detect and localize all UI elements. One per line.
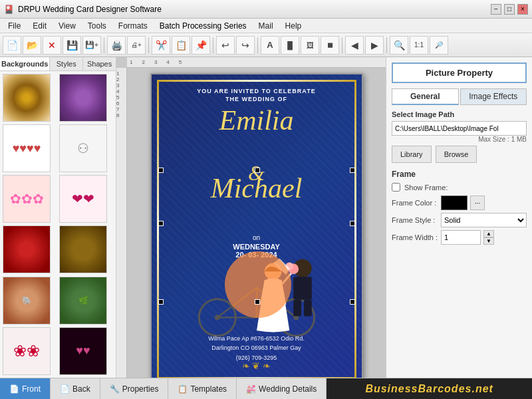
tb-close[interactable]: ✕ xyxy=(43,36,61,55)
bg-thumb-6[interactable]: ❤❤ xyxy=(59,175,107,223)
tb-open[interactable]: 📂 xyxy=(23,36,41,55)
tb-undo[interactable]: ↩ xyxy=(216,36,235,55)
handle-tm[interactable] xyxy=(255,168,260,173)
tb-zoom-in[interactable]: 🔍 xyxy=(390,36,408,55)
watermark-area: BusinessBarcodes.net xyxy=(327,378,532,400)
image-path-input[interactable] xyxy=(392,121,527,136)
main-area: Backgrounds Styles Shapes ♥♥♥♥ ⚇ ✿✿✿ ❤❤ … xyxy=(0,57,532,378)
bg-thumb-8[interactable] xyxy=(59,225,107,273)
menu-batch-processing[interactable]: Batch Processing Series xyxy=(154,20,252,32)
select-image-section: Select Image Path Max Size : 1 MB Librar… xyxy=(392,110,527,163)
handle-bm[interactable] xyxy=(255,299,260,305)
bg-thumb-12[interactable]: ♥♥ xyxy=(59,327,107,375)
bg-thumb-11[interactable]: ❀❀ xyxy=(3,327,51,375)
tb-sep5 xyxy=(342,37,342,53)
tab-general[interactable]: General xyxy=(392,88,459,105)
wedding-card[interactable]: YOU ARE INVITED TO CELEBRATE THE WEDDING… xyxy=(150,73,363,378)
bg-thumb-2[interactable] xyxy=(59,74,107,122)
tb-cut[interactable]: ✂️ xyxy=(152,36,170,55)
templates-button[interactable]: 📋 Templates xyxy=(168,378,237,400)
tb-redo[interactable]: ↪ xyxy=(236,36,255,55)
tb-image[interactable]: 🖼 xyxy=(301,36,319,55)
svg-rect-11 xyxy=(293,277,312,300)
card-address: Wilma Pace Ap #676-6532 Odio Rd. Darling… xyxy=(152,334,362,362)
library-button[interactable]: Library xyxy=(392,146,432,163)
frame-width-row: Frame Width : ▲ ▼ xyxy=(392,230,527,245)
frame-width-up[interactable]: ▲ xyxy=(483,230,494,237)
frame-width-down[interactable]: ▼ xyxy=(483,237,494,245)
show-frame-row: Show Frame: xyxy=(392,183,527,192)
tb-sep4 xyxy=(257,37,258,53)
maximize-button[interactable]: □ xyxy=(504,4,515,15)
frame-color-picker-btn[interactable]: ··· xyxy=(470,196,485,210)
bg-thumb-4[interactable]: ⚇ xyxy=(59,124,107,172)
picture-property-button[interactable]: Picture Property xyxy=(392,63,527,83)
select-image-label: Select Image Path xyxy=(392,110,527,118)
handle-ml[interactable] xyxy=(158,221,164,226)
tb-zoom-out[interactable]: 🔎 xyxy=(430,36,448,55)
tb-copy[interactable]: 📋 xyxy=(172,36,190,55)
close-button[interactable]: × xyxy=(517,4,528,15)
bg-thumb-1[interactable] xyxy=(3,74,51,122)
tb-save-as[interactable]: 💾+ xyxy=(82,36,101,55)
menu-mail[interactable]: Mail xyxy=(253,20,279,32)
frame-style-select[interactable]: Solid Dashed Dotted Double xyxy=(441,213,527,227)
frame-width-input[interactable] xyxy=(441,230,481,245)
properties-button[interactable]: 🔧 Properties xyxy=(100,378,169,400)
window-controls: − □ × xyxy=(491,4,528,15)
back-button[interactable]: 📄 Back xyxy=(51,378,100,400)
menu-formats[interactable]: Formats xyxy=(113,20,153,32)
wedding-details-label: Wedding Details xyxy=(259,384,317,394)
browse-button[interactable]: Browse xyxy=(436,146,477,163)
menu-tools[interactable]: Tools xyxy=(82,20,112,32)
tb-new[interactable]: 📄 xyxy=(3,36,21,55)
card-ornament: ❧ ❦ ❧ xyxy=(152,360,362,371)
app-title: DRPU Wedding Card Designer Software xyxy=(18,5,162,14)
tb-zoom-fit[interactable]: 1:1 xyxy=(410,36,428,55)
watermark-text: BusinessBarcodes.net xyxy=(365,383,493,395)
wedding-details-icon: 💒 xyxy=(246,384,256,394)
tb-paste[interactable]: 📌 xyxy=(192,36,210,55)
bottombar: 📄 Front 📄 Back 🔧 Properties 📋 Templates … xyxy=(0,378,532,399)
tab-styles[interactable]: Styles xyxy=(50,57,83,70)
bg-thumb-3[interactable]: ♥♥♥♥ xyxy=(3,124,51,172)
tab-image-effects[interactable]: Image Effects xyxy=(460,88,527,105)
tab-shapes[interactable]: Shapes xyxy=(83,57,116,70)
card-invited-line2: THE WEDDING OF xyxy=(152,96,362,102)
tb-sep1 xyxy=(104,37,104,53)
minimize-button[interactable]: − xyxy=(491,4,501,15)
handle-bl[interactable] xyxy=(158,299,164,305)
bg-thumb-9[interactable]: 🐘 xyxy=(3,277,51,325)
svg-rect-13 xyxy=(303,300,311,317)
frame-color-swatch[interactable] xyxy=(441,196,467,210)
front-button[interactable]: 📄 Front xyxy=(0,378,51,400)
tb-barcode[interactable]: ▐▌ xyxy=(281,36,299,55)
frame-color-row: Frame Color : ··· xyxy=(392,196,527,210)
tb-print2[interactable]: 🖨+ xyxy=(127,36,146,55)
tb-next[interactable]: ▶ xyxy=(365,36,384,55)
tb-text[interactable]: A xyxy=(261,36,279,55)
handle-br[interactable] xyxy=(350,299,355,305)
menu-file[interactable]: File xyxy=(3,20,26,32)
canvas-area[interactable]: 1 2 3 4 5 1 2 3 4 5 6 7 8 YOU ARE INVITE… xyxy=(116,57,386,378)
tb-save[interactable]: 💾 xyxy=(63,36,81,55)
tb-print[interactable]: 🖨️ xyxy=(107,36,126,55)
show-frame-checkbox[interactable] xyxy=(392,183,400,192)
frame-style-row: Frame Style : Solid Dashed Dotted Double xyxy=(392,213,527,227)
menu-edit[interactable]: Edit xyxy=(27,20,52,32)
card-invited-line1: YOU ARE INVITED TO CELEBRATE xyxy=(152,88,362,94)
bg-thumb-10[interactable]: 🌿 xyxy=(59,277,107,325)
properties-label: Properties xyxy=(122,384,159,394)
menu-view[interactable]: View xyxy=(53,20,81,32)
bg-thumb-7[interactable] xyxy=(3,225,51,273)
wedding-details-button[interactable]: 💒 Wedding Details xyxy=(237,378,327,400)
handle-mr[interactable] xyxy=(350,221,355,226)
tb-shape[interactable]: ◼ xyxy=(321,36,339,55)
tab-backgrounds[interactable]: Backgrounds xyxy=(0,57,50,70)
handle-tr[interactable] xyxy=(350,168,355,173)
menu-help[interactable]: Help xyxy=(280,20,307,32)
card-name-emilia: Emilia xyxy=(152,106,362,134)
tb-prev[interactable]: ◀ xyxy=(345,36,364,55)
handle-tl[interactable] xyxy=(158,168,164,173)
bg-thumb-5[interactable]: ✿✿✿ xyxy=(3,175,51,223)
